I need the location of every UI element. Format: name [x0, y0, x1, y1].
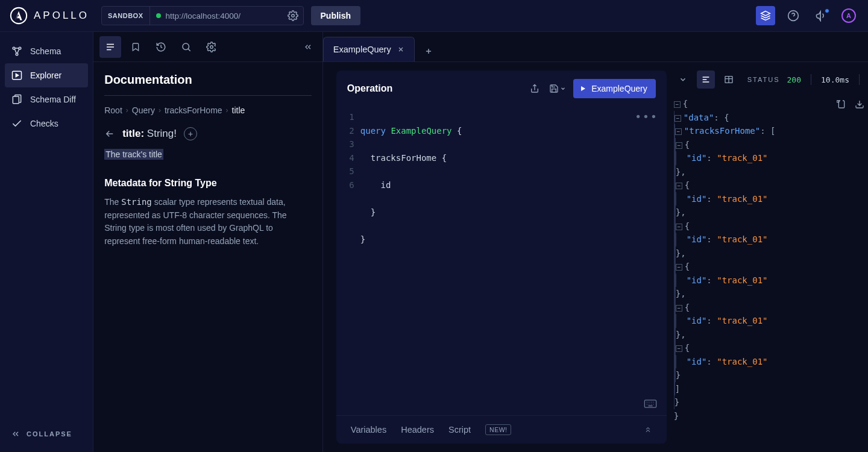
- tab-example-query[interactable]: ExampleQuery: [323, 37, 415, 61]
- tab-script[interactable]: Script: [448, 425, 471, 435]
- url-input[interactable]: http://localhost:4000/: [150, 11, 283, 20]
- help-button[interactable]: [784, 6, 803, 25]
- endpoint-settings-button[interactable]: [283, 10, 303, 21]
- arrow-left-icon: [104, 128, 115, 139]
- tab-variables[interactable]: Variables: [351, 425, 386, 435]
- sidebar-item-schema-diff[interactable]: Schema Diff: [5, 87, 88, 111]
- history-button[interactable]: [150, 36, 172, 58]
- announcements-button[interactable]: [811, 6, 831, 25]
- chevron-down-icon: [679, 75, 687, 84]
- svg-point-9: [210, 45, 213, 48]
- expand-bottom-button[interactable]: [644, 425, 652, 434]
- publish-button[interactable]: Publish: [311, 6, 361, 25]
- sidebar: Schema Explorer Schema Diff Checks COLLA…: [0, 32, 93, 452]
- fold-toggle[interactable]: −: [676, 264, 682, 271]
- operation-panel: Operation ExampleQuery: [336, 71, 667, 444]
- editor-gutter: 1 2 3 4 5 6: [336, 107, 360, 415]
- field-description: The track's title: [104, 149, 163, 160]
- field-type: String!: [147, 128, 177, 139]
- fold-toggle[interactable]: −: [675, 128, 682, 135]
- notification-dot-icon: [825, 8, 829, 13]
- copy-response-button[interactable]: [837, 99, 846, 109]
- sidebar-item-schema[interactable]: Schema: [5, 39, 88, 63]
- list-icon: [105, 42, 116, 52]
- chevron-right-icon: ›: [159, 106, 161, 115]
- response-json: −{−"data": {−"tracksForHome": [−{ "id": …: [674, 97, 868, 422]
- status-label: STATUS: [747, 76, 780, 83]
- tab-headers[interactable]: Headers: [401, 425, 434, 435]
- endpoint-url: http://localhost:4000/: [166, 11, 241, 20]
- breadcrumb-item[interactable]: tracksForHome: [165, 105, 222, 115]
- field-signature: title: String!: [122, 128, 177, 140]
- sidebar-item-explorer[interactable]: Explorer: [5, 63, 88, 87]
- docs-body: Documentation Root › Query › tracksForHo…: [93, 62, 322, 259]
- fold-toggle[interactable]: −: [676, 305, 682, 312]
- download-response-button[interactable]: [855, 99, 864, 109]
- breadcrumb-item[interactable]: Root: [104, 105, 122, 115]
- code-token: query: [360, 126, 386, 136]
- response-header: STATUS 200 10.0ms: [674, 62, 868, 97]
- code-token: ExampleQuery: [391, 126, 451, 136]
- new-badge: NEW!: [485, 424, 511, 435]
- docs-toolbar: [93, 32, 322, 62]
- metadata-code: String: [121, 197, 152, 207]
- avatar: A: [841, 8, 856, 23]
- bookmark-button[interactable]: [125, 36, 146, 58]
- metadata-body: The String scalar type represents textua…: [104, 196, 309, 248]
- run-label: ExampleQuery: [591, 84, 647, 93]
- code-line: }: [360, 233, 462, 246]
- sidebar-item-checks[interactable]: Checks: [5, 111, 88, 136]
- operation-editor[interactable]: ••• 1 2 3 4 5 6 query ExampleQuery { tra…: [336, 107, 667, 415]
- response-body[interactable]: −{−"data": {−"tracksForHome": [−{ "id": …: [674, 97, 868, 444]
- sidebar-item-label: Checks: [30, 119, 58, 128]
- docs-view-button[interactable]: [99, 36, 121, 58]
- fold-toggle[interactable]: −: [676, 224, 682, 230]
- keyboard-shortcuts-button[interactable]: [644, 400, 657, 408]
- line-number: 1: [336, 110, 354, 124]
- share-button[interactable]: [527, 81, 542, 96]
- sandbox-badge: SANDBOX: [102, 7, 150, 25]
- fold-toggle[interactable]: −: [676, 183, 682, 189]
- back-button[interactable]: [104, 128, 115, 139]
- collapse-sidebar-button[interactable]: COLLAPSE: [5, 423, 88, 445]
- operation-column: Operation ExampleQuery: [323, 62, 667, 452]
- help-circle-icon: [787, 10, 799, 22]
- editor-more-button[interactable]: •••: [635, 110, 658, 124]
- studio-button[interactable]: [756, 6, 775, 25]
- docs-settings-button[interactable]: [201, 36, 222, 58]
- fold-toggle[interactable]: −: [676, 142, 682, 149]
- response-table-view-button[interactable]: [720, 71, 738, 89]
- search-docs-button[interactable]: [175, 36, 197, 58]
- fold-toggle[interactable]: −: [676, 345, 682, 352]
- response-column: STATUS 200 10.0ms −{−"dat: [667, 62, 868, 452]
- svg-point-1: [291, 14, 294, 17]
- save-icon: [549, 84, 559, 93]
- status-code: 200: [787, 75, 801, 84]
- svg-rect-7: [13, 96, 19, 104]
- chevrons-left-icon: [303, 42, 313, 52]
- sidebar-item-label: Explorer: [30, 71, 61, 80]
- run-operation-button[interactable]: ExampleQuery: [573, 79, 656, 98]
- breadcrumb-item[interactable]: Query: [132, 105, 155, 115]
- divider: [859, 74, 860, 85]
- response-view-dropdown[interactable]: [674, 71, 692, 89]
- topbar: APOLLO SANDBOX http://localhost:4000/ Pu…: [0, 0, 868, 32]
- play-icon: [579, 85, 587, 92]
- close-tab-button[interactable]: [397, 46, 404, 53]
- fold-toggle[interactable]: −: [674, 101, 681, 108]
- code-line: tracksForHome {: [360, 151, 462, 165]
- fold-toggle[interactable]: −: [675, 115, 681, 122]
- play-square-icon: [11, 69, 23, 81]
- add-tab-button[interactable]: [415, 41, 442, 61]
- add-field-button[interactable]: +: [184, 127, 197, 140]
- gear-icon: [206, 42, 217, 52]
- account-menu[interactable]: A: [839, 6, 858, 25]
- code-token: {: [452, 126, 462, 136]
- metadata-heading: Metadata for String Type: [104, 178, 312, 189]
- collapse-docs-button[interactable]: [300, 39, 316, 55]
- svg-point-5: [16, 53, 18, 55]
- gear-icon: [288, 10, 298, 21]
- chevron-down-icon: [560, 86, 566, 92]
- response-json-view-button[interactable]: [697, 71, 715, 89]
- save-operation-button[interactable]: [547, 81, 568, 96]
